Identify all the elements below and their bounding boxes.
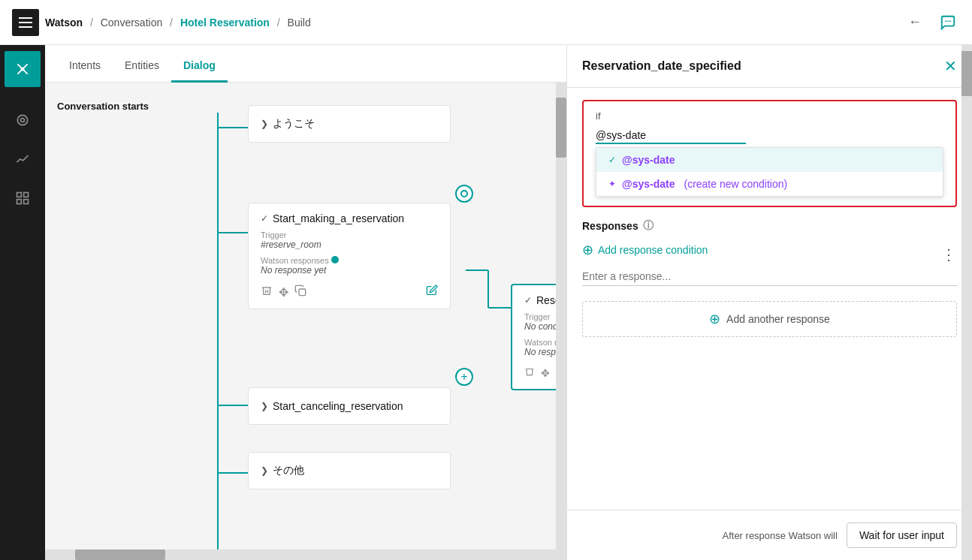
back-button[interactable]: ← xyxy=(903,11,927,35)
if-label: if xyxy=(596,110,943,122)
chat-icon-button[interactable] xyxy=(936,11,960,35)
content-area: Intents Entities Dialog xyxy=(45,45,972,560)
right-panel-vscroll[interactable] xyxy=(961,45,972,560)
canvas-vscroll-thumb[interactable] xyxy=(556,98,566,158)
autocomplete-suffix-2: (create new condition) xyxy=(684,178,787,190)
other-title: その他 xyxy=(273,464,304,477)
autocomplete-icon-2: ✦ xyxy=(608,179,616,189)
after-response-label: After response Watson will xyxy=(722,530,837,541)
reserva-chevron: ✓ xyxy=(524,295,532,306)
reservation-chevron: ✓ xyxy=(261,213,268,224)
right-panel-body: if ✓ @sys-date ✦ @sys-date (create new c… xyxy=(567,88,972,510)
main-layout: Intents Entities Dialog xyxy=(0,45,972,560)
sidebar-item-analytics[interactable] xyxy=(5,102,41,138)
right-panel-vscroll-thumb[interactable] xyxy=(961,51,972,96)
autocomplete-entity-2: @sys-date xyxy=(622,178,675,190)
response-label-1: Watson responses xyxy=(261,256,438,265)
wait-for-input-button[interactable]: Wait for user input xyxy=(847,522,957,548)
autocomplete-item-2[interactable]: ✦ @sys-date (create new condition) xyxy=(596,172,943,196)
other-node: ❯ その他 xyxy=(248,452,451,489)
top-header: Watson / Conversation / Hotel Reservatio… xyxy=(0,0,972,45)
enter-response-input[interactable] xyxy=(582,267,957,286)
sidebar-item-tools[interactable] xyxy=(5,51,41,87)
if-condition-area: if ✓ @sys-date ✦ @sys-date (create new c… xyxy=(582,100,957,207)
delete-icon-r[interactable] xyxy=(524,366,535,380)
right-panel: Reservation_date_specified ✕ if ✓ @sys-d… xyxy=(566,45,972,560)
welcome-title: ようこそ xyxy=(273,117,315,131)
svg-point-1 xyxy=(947,20,949,22)
if-input[interactable] xyxy=(596,128,746,144)
right-panel-title: Reservation_date_specified xyxy=(582,59,741,73)
svg-rect-21 xyxy=(299,289,306,296)
header-left: Watson / Conversation / Hotel Reservatio… xyxy=(12,9,311,36)
connect-circle-1[interactable] xyxy=(455,185,473,203)
nav-tabs-panel: Intents Entities Dialog xyxy=(45,45,566,560)
breadcrumb: Watson / Conversation / Hotel Reservatio… xyxy=(45,17,311,29)
cancel-node: ❯ Start_canceling_reservation xyxy=(248,387,451,425)
svg-rect-8 xyxy=(17,193,22,197)
right-panel-header: Reservation_date_specified ✕ xyxy=(567,45,972,88)
tab-intents[interactable]: Intents xyxy=(57,50,113,83)
autocomplete-item-1[interactable]: ✓ @sys-date xyxy=(596,148,943,172)
autocomplete-icon-1: ✓ xyxy=(608,155,616,165)
add-response-icon: ⊕ xyxy=(582,242,593,258)
info-icon: ⓘ xyxy=(643,219,654,233)
move-icon-1[interactable]: ✥ xyxy=(279,285,288,300)
cancel-title: Start_canceling_reservation xyxy=(273,400,403,412)
move-icon-r[interactable]: ✥ xyxy=(541,367,550,379)
svg-point-20 xyxy=(461,191,467,197)
svg-point-2 xyxy=(949,20,951,22)
other-chevron: ❯ xyxy=(261,465,268,476)
plus-circle-1[interactable]: + xyxy=(455,368,473,386)
close-button[interactable]: ✕ xyxy=(944,57,957,75)
svg-rect-10 xyxy=(17,200,22,204)
canvas-hscroll[interactable] xyxy=(45,549,556,560)
reservation-title: Start_making_a_reservation xyxy=(273,212,404,224)
response-condition-row: ⊕ Add response condition ⋮ xyxy=(582,242,957,267)
conv-starts-label: Conversation starts xyxy=(57,101,149,112)
delete-icon-1[interactable] xyxy=(261,285,273,300)
response-more-button[interactable]: ⋮ xyxy=(941,245,957,263)
nav-tabs: Intents Entities Dialog xyxy=(45,45,566,83)
header-right: ← xyxy=(903,11,960,35)
node-actions-1: ✥ xyxy=(261,285,438,300)
brand-name: Watson xyxy=(45,17,83,29)
autocomplete-entity-1: @sys-date xyxy=(622,154,675,166)
response-value-1: No response yet xyxy=(261,265,438,275)
svg-point-0 xyxy=(945,20,946,22)
svg-rect-11 xyxy=(24,200,29,204)
edit-icon-1[interactable] xyxy=(426,285,438,300)
welcome-node: ❯ ようこそ xyxy=(248,105,451,143)
svg-point-6 xyxy=(17,115,27,125)
welcome-chevron: ❯ xyxy=(261,119,268,129)
start-reservation-node: ✓ Start_making_a_reservation Trigger #re… xyxy=(248,203,451,309)
left-sidebar xyxy=(0,45,45,560)
right-panel-footer: After response Watson will Wait for user… xyxy=(567,510,972,560)
add-another-response[interactable]: ⊕ Add another response xyxy=(582,301,957,337)
cancel-chevron: ❯ xyxy=(261,401,268,411)
sidebar-item-graph[interactable] xyxy=(5,141,41,177)
copy-icon-1[interactable] xyxy=(294,285,306,300)
sidebar-item-grid[interactable] xyxy=(5,180,41,216)
tab-entities[interactable]: Entities xyxy=(113,50,171,83)
autocomplete-dropdown: ✓ @sys-date ✦ @sys-date (create new cond… xyxy=(596,147,943,197)
responses-section-label: Responses ⓘ xyxy=(582,219,957,233)
svg-point-5 xyxy=(21,68,25,71)
add-response-condition[interactable]: ⊕ Add response condition xyxy=(582,242,708,258)
trigger-value-1: #reserve_room xyxy=(261,239,321,250)
trigger-label-1: Trigger xyxy=(261,230,438,239)
hamburger-icon[interactable] xyxy=(12,9,39,36)
dialog-canvas[interactable]: Conversation starts ❯ ようこそ ✓ Start_makin… xyxy=(45,83,566,560)
tab-dialog[interactable]: Dialog xyxy=(171,50,228,83)
breadcrumb-text: / Conversation / Hotel Reservation / Bui… xyxy=(86,17,311,29)
canvas-hscroll-thumb[interactable] xyxy=(75,549,165,560)
canvas-vscroll[interactable] xyxy=(556,83,566,560)
svg-rect-9 xyxy=(24,193,29,197)
svg-point-7 xyxy=(21,119,25,122)
add-another-icon: ⊕ xyxy=(709,311,720,327)
